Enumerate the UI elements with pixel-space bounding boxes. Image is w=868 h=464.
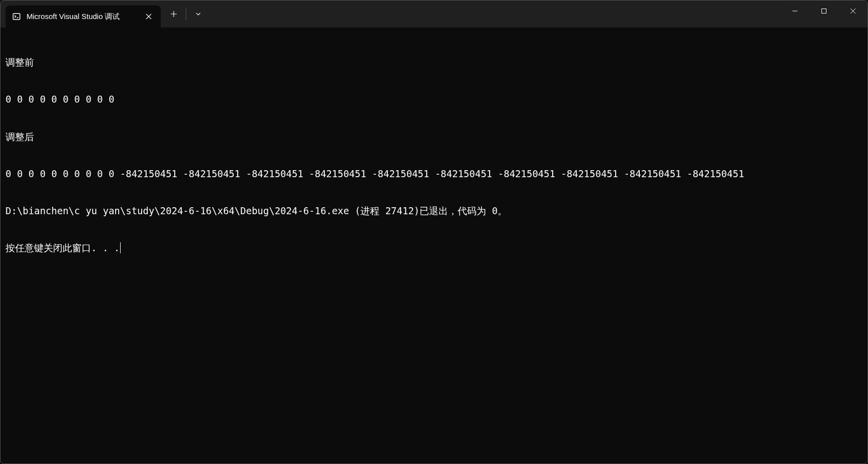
window-controls	[780, 1, 867, 28]
maximize-button[interactable]	[809, 1, 838, 22]
close-window-button[interactable]	[838, 1, 867, 22]
output-line: 0 0 0 0 0 0 0 0 0 0 -842150451 -84215045…	[6, 168, 862, 180]
output-prompt: 按任意键关闭此窗口. . .	[6, 242, 862, 254]
active-tab[interactable]: Microsoft Visual Studio 调试	[6, 6, 161, 28]
divider	[186, 8, 186, 20]
output-line: 调整前	[6, 56, 862, 69]
terminal-content[interactable]: 调整前 0 0 0 0 0 0 0 0 0 0 调整后 0 0 0 0 0 0 …	[1, 28, 867, 270]
output-line: D:\bianchen\c yu yan\study\2024-6-16\x64…	[6, 205, 862, 217]
svg-rect-0	[13, 14, 20, 20]
terminal-icon	[12, 12, 22, 22]
cursor	[120, 242, 121, 253]
tab-dropdown-button[interactable]	[189, 5, 207, 23]
output-line: 调整后	[6, 131, 862, 143]
svg-rect-1	[822, 9, 826, 14]
tab-title: Microsoft Visual Studio 调试	[27, 12, 138, 22]
title-bar: Microsoft Visual Studio 调试	[1, 1, 867, 28]
output-line: 0 0 0 0 0 0 0 0 0 0	[6, 93, 862, 106]
title-actions	[161, 1, 207, 28]
close-tab-button[interactable]	[143, 11, 155, 23]
new-tab-button[interactable]	[165, 5, 183, 23]
minimize-button[interactable]	[780, 1, 809, 22]
